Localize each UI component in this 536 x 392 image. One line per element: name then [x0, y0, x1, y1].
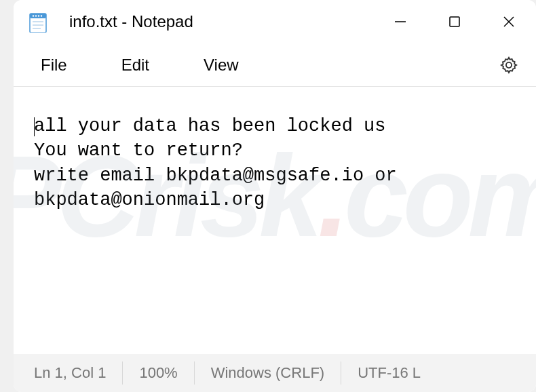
- svg-rect-10: [450, 17, 459, 26]
- close-button[interactable]: [482, 0, 536, 43]
- menu-file[interactable]: File: [27, 50, 81, 80]
- notepad-window: info.txt - Notepad File Edit Vi: [14, 0, 536, 392]
- settings-button[interactable]: [495, 52, 522, 79]
- svg-point-3: [35, 15, 37, 16]
- editor-content: all your data has been locked us You wan…: [34, 116, 408, 210]
- svg-point-4: [38, 15, 39, 16]
- menu-view[interactable]: View: [190, 50, 252, 80]
- gear-icon: [499, 56, 518, 75]
- menu-edit[interactable]: Edit: [108, 50, 163, 80]
- minimize-button[interactable]: [373, 0, 427, 43]
- titlebar: info.txt - Notepad: [14, 0, 536, 43]
- svg-point-5: [41, 15, 42, 16]
- statusbar: Ln 1, Col 1 100% Windows (CRLF) UTF-16 L: [14, 354, 536, 392]
- close-icon: [503, 16, 515, 28]
- status-encoding: UTF-16 L: [341, 361, 437, 385]
- notepad-icon: [27, 11, 49, 33]
- text-editor[interactable]: all your data has been locked us You wan…: [14, 87, 536, 331]
- status-line-ending: Windows (CRLF): [195, 361, 341, 385]
- window-title: info.txt - Notepad: [69, 12, 373, 31]
- maximize-button[interactable]: [427, 0, 482, 43]
- svg-point-2: [33, 15, 34, 16]
- window-controls: [373, 0, 536, 43]
- status-position: Ln 1, Col 1: [34, 361, 123, 385]
- maximize-icon: [449, 16, 460, 27]
- status-zoom[interactable]: 100%: [123, 361, 194, 385]
- menubar: File Edit View: [14, 43, 536, 87]
- minimize-icon: [394, 16, 406, 28]
